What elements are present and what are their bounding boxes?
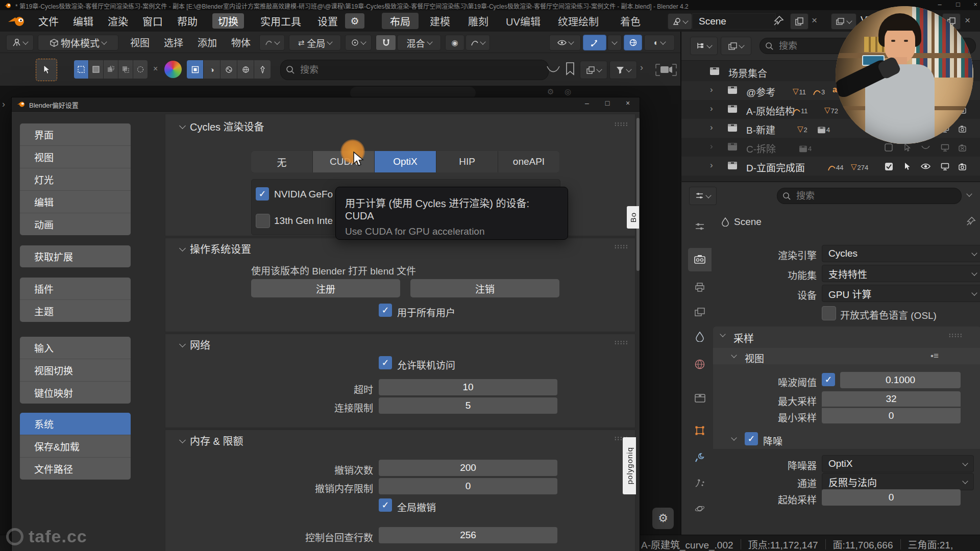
sidebar-item-system[interactable]: 系统 — [20, 413, 131, 435]
sidebar-item-viewport[interactable]: 视图 — [20, 145, 131, 168]
denoise-title[interactable]: 降噪 — [763, 434, 782, 447]
tab-world[interactable] — [688, 353, 712, 376]
hide-render-icon[interactable] — [957, 122, 969, 135]
remove-viewlayer-icon[interactable]: × — [965, 15, 970, 26]
editor-type-dropdown[interactable] — [6, 35, 34, 51]
chevron-down-icon[interactable] — [966, 191, 972, 196]
sidebar-tab-polygoniq[interactable]: polygoniq — [623, 437, 636, 494]
preferences-titlebar[interactable]: Blender偏好设置 – □ × — [12, 97, 640, 112]
pin-icon[interactable] — [966, 216, 976, 227]
tab-particles[interactable] — [688, 471, 712, 495]
sidebar-item-lights[interactable]: 灯光 — [20, 168, 131, 190]
menu-edit[interactable]: 编辑 — [66, 13, 100, 29]
hide-viewport-icon[interactable] — [939, 141, 951, 154]
shading-pin-toggle[interactable] — [254, 60, 271, 79]
maximize-icon[interactable]: □ — [600, 99, 615, 107]
exclude-checkbox-checked[interactable] — [883, 160, 895, 172]
eye-icon[interactable] — [919, 160, 932, 172]
sidebar-item-save-load[interactable]: 保存&加载 — [20, 435, 131, 457]
sidebar-item-get-extensions[interactable]: 获取扩展 — [20, 245, 131, 267]
pin-icon[interactable] — [773, 15, 784, 27]
device-dropdown[interactable]: GPU 计算 — [822, 285, 980, 302]
tab-optix[interactable]: OptiX — [374, 151, 436, 172]
outliner-row-demolition[interactable]: › C-拆除 4 — [681, 138, 980, 157]
allow-online-checkbox[interactable]: ✓ — [379, 356, 392, 369]
tab-scene[interactable] — [688, 325, 712, 348]
outliner-display-dropdown[interactable] — [690, 37, 718, 55]
undo-steps-field[interactable]: 200 — [379, 460, 557, 476]
tab-collection[interactable] — [688, 386, 712, 410]
sidebar-item-keymap[interactable]: 键位映射 — [20, 381, 131, 404]
section-header[interactable]: 网络 — [180, 337, 210, 352]
shading-rendered-toggle[interactable] — [237, 60, 254, 79]
section-header[interactable]: 操作系统设置 — [180, 241, 251, 256]
menu-utilities[interactable]: 实用工具 — [256, 13, 305, 29]
menu-settings[interactable]: 设置 — [313, 13, 342, 29]
select-mode-box[interactable] — [89, 60, 103, 79]
min-samples-field[interactable]: 0 — [822, 408, 961, 423]
sidebar-item-interface[interactable]: 界面 — [20, 123, 131, 145]
outliner-filter-dropdown[interactable] — [721, 37, 751, 55]
menu-help[interactable]: 帮助 — [170, 13, 204, 29]
tab-object[interactable] — [688, 419, 712, 442]
sidebar-item-file-paths[interactable]: 文件路径 — [20, 457, 131, 480]
minimize-icon[interactable]: – — [579, 99, 595, 107]
select-mode-tweak[interactable] — [74, 60, 88, 79]
expand-icon[interactable]: › — [710, 141, 713, 152]
breadcrumb[interactable]: Scene — [734, 216, 762, 228]
menu-add[interactable]: 添加 — [193, 35, 222, 49]
transform-mode-dropdown[interactable] — [259, 35, 285, 51]
camera-view-icon[interactable] — [655, 61, 677, 79]
snap-toggle[interactable] — [376, 35, 396, 51]
select-mode-paint[interactable] — [133, 60, 148, 79]
outliner-row-facade[interactable]: › D-立面完成面 44 ▽274 — [681, 157, 980, 176]
sampling-title[interactable]: 采样 — [733, 331, 754, 345]
expand-icon[interactable]: › — [710, 85, 713, 95]
tab-none[interactable]: 无 — [251, 151, 312, 172]
tab-view-layer[interactable] — [688, 300, 712, 324]
search-input[interactable] — [299, 64, 511, 76]
gear-icon[interactable]: ⚙ — [345, 13, 364, 29]
tab-render[interactable] — [688, 248, 712, 271]
scene-selector-icon[interactable] — [668, 13, 692, 30]
unlink-scene-icon[interactable]: × — [812, 15, 817, 26]
hide-viewport-icon[interactable] — [939, 160, 951, 172]
orientation-dropdown[interactable]: ⇄ 全局 — [289, 35, 341, 51]
expand-icon[interactable]: › — [710, 160, 713, 170]
workspace-tab-modeling[interactable]: 建模 — [424, 13, 456, 29]
close-icon[interactable]: × — [620, 99, 635, 107]
sidebar-item-addons[interactable]: 插件 — [20, 278, 131, 299]
timeout-field[interactable]: 10 — [379, 379, 557, 395]
menu-file[interactable]: 文件 — [32, 13, 65, 29]
eye-closed-icon[interactable] — [919, 141, 932, 154]
selectable-icon[interactable] — [901, 160, 913, 172]
engine-dropdown[interactable]: Cycles — [822, 245, 980, 262]
sidebar-item-animation[interactable]: 动画 — [20, 213, 131, 235]
menu-render[interactable]: 渲染 — [101, 13, 135, 29]
global-undo-checkbox[interactable]: ✓ — [379, 498, 392, 512]
material-preview-ball[interactable] — [164, 61, 182, 78]
exclude-checkbox[interactable] — [883, 141, 895, 154]
toolbar-expand-icon[interactable]: › — [2, 99, 5, 110]
mode-dropdown[interactable]: 物体模式 — [38, 35, 118, 51]
gizmos-toggle[interactable] — [583, 35, 606, 51]
tab-hip[interactable]: HIP — [436, 151, 498, 172]
snap-mode-dropdown[interactable]: 混合 — [397, 35, 441, 51]
all-users-checkbox[interactable]: ✓ — [379, 304, 392, 317]
connection-limit-field[interactable]: 5 — [379, 397, 557, 414]
noise-threshold-field[interactable]: 0.1000 — [840, 372, 961, 388]
preset-list-icon[interactable]: •≡ — [930, 351, 939, 361]
pivot-dropdown[interactable] — [345, 35, 372, 51]
arc-handle-icon[interactable] — [546, 65, 560, 73]
expand-icon[interactable]: › — [710, 104, 713, 114]
close-icon[interactable]: × — [969, 1, 980, 8]
start-sample-field[interactable]: 0 — [822, 489, 961, 506]
region-expand-icon[interactable]: › — [640, 62, 643, 73]
menu-view[interactable]: 视图 — [126, 35, 154, 49]
active-tool-select[interactable] — [36, 59, 57, 81]
feature-set-dropdown[interactable]: 支持特性 — [822, 265, 980, 282]
show-gizmo-dropdown[interactable] — [549, 35, 581, 51]
properties-search-input[interactable] — [795, 190, 940, 202]
gizmos-dropdown[interactable] — [607, 35, 622, 51]
filter-type-dropdown[interactable] — [580, 61, 607, 79]
